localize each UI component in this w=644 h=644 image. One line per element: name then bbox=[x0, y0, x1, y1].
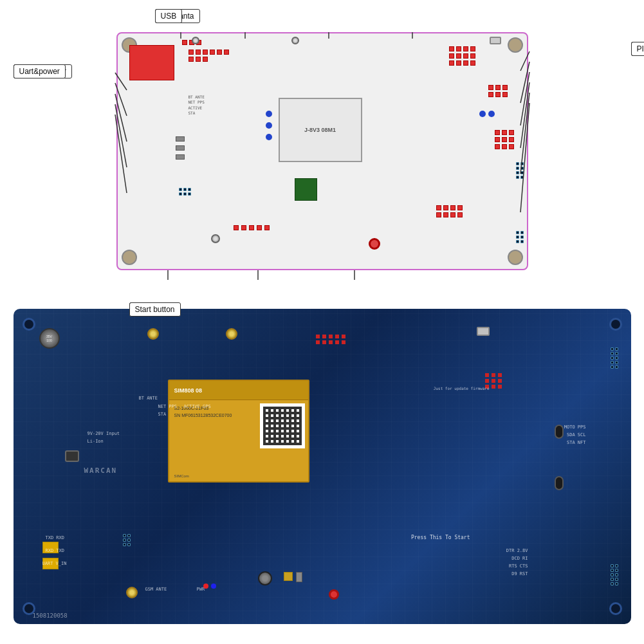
green-sq bbox=[295, 178, 317, 201]
sma-gsm bbox=[211, 234, 220, 243]
pcb-text-input: 9V-20V Input bbox=[87, 431, 120, 436]
pin-header-lt bbox=[123, 534, 131, 546]
pcb-text-dcd-ri: DCD RI bbox=[511, 556, 528, 561]
pcb-text-rts-cts: RTS CTS bbox=[509, 564, 528, 569]
label-pins-bottom: PINS bbox=[631, 42, 645, 56]
pin-header-rb bbox=[611, 564, 618, 585]
pcb-board: J-8V3 08M1 bbox=[116, 32, 528, 270]
blue-dot-2 bbox=[266, 122, 272, 129]
center-chip-diag: J-8V3 08M1 bbox=[279, 98, 362, 162]
sma-gps-photo bbox=[226, 328, 237, 340]
pin-header-left bbox=[179, 188, 191, 196]
comp-left-2 bbox=[176, 145, 185, 151]
pcb-text-dtr: DTR 2.8V bbox=[506, 548, 528, 553]
pcb-text-bt-ante: BT ANTE bbox=[139, 396, 158, 401]
elec-cap-photo: 35V100 bbox=[39, 328, 60, 349]
pin-header-right bbox=[516, 162, 524, 179]
pcb-text-moto: MOTO PPS bbox=[564, 425, 586, 430]
start-button-diag bbox=[369, 238, 380, 250]
pcb-text-net-pps: NET PPS bbox=[158, 404, 178, 409]
corner-br bbox=[508, 250, 523, 265]
corner-bl bbox=[122, 250, 137, 265]
sim808-simcom: SIMCom bbox=[174, 474, 189, 478]
mount-hole-br bbox=[609, 602, 622, 615]
sma-gps bbox=[291, 37, 299, 44]
ldo-block bbox=[129, 45, 174, 80]
sma-gsm-photo bbox=[126, 587, 138, 598]
main-container: BT anta LEDs GPS anta USB bbox=[0, 0, 644, 644]
pin-header-right-bottom bbox=[516, 231, 524, 243]
led-indicators bbox=[203, 584, 216, 589]
pcb-text-uart: UART V_IN bbox=[42, 561, 67, 566]
powkey-button[interactable] bbox=[329, 589, 339, 600]
label-usb: USB bbox=[155, 9, 183, 23]
label-uart-power: Uart&power bbox=[14, 64, 66, 78]
sim808-module-photo: SIM808 08 S2-1060C-21F03 SN MF0615312853… bbox=[168, 380, 309, 483]
red-cluster-tr bbox=[316, 335, 346, 344]
pcb-text-press: Press This To Start bbox=[411, 535, 470, 540]
sim808-header: SIM808 08 bbox=[169, 381, 308, 400]
sim808-qr-code bbox=[260, 403, 305, 448]
corner-tr bbox=[508, 37, 523, 53]
pcb-text-gsm-ante: GSM ANTE bbox=[145, 587, 167, 592]
comp-red-1 bbox=[182, 40, 187, 45]
pcb-text-rxd: RXD TXD bbox=[46, 548, 65, 553]
usb-photo bbox=[477, 327, 490, 336]
pcb-text-sta: STA bbox=[158, 412, 167, 417]
blue-dot-3 bbox=[266, 134, 272, 140]
blue-dot-1 bbox=[266, 111, 272, 117]
inductor-bottom bbox=[258, 571, 272, 585]
sim808-label: SIM808 bbox=[174, 387, 194, 394]
pcb-text-li-ion: Li-Ion bbox=[87, 439, 104, 444]
diagram-section: BT anta LEDs GPS anta USB bbox=[14, 6, 631, 302]
blue-dot-r2 bbox=[488, 111, 495, 117]
pcb-text-left: BT ANTE NET PPS ACTIVE STA bbox=[189, 95, 205, 116]
pcb-text-sda: SDA SCL bbox=[567, 432, 586, 437]
comp-left-3 bbox=[176, 154, 185, 160]
sma-bt bbox=[192, 37, 199, 44]
pcb-text-active-gps: ACTIVE GPS bbox=[184, 404, 211, 409]
blue-dot-r1 bbox=[479, 111, 486, 117]
brand-text: WARCAN bbox=[84, 466, 118, 475]
mount-hole-tr bbox=[609, 318, 622, 331]
usb-port-diag bbox=[490, 37, 501, 44]
pcb-text-txd: TXD RXD bbox=[46, 535, 65, 540]
dc-jack-photo bbox=[65, 450, 79, 462]
audio-jack-2 bbox=[555, 476, 564, 490]
mount-hole-tl bbox=[23, 318, 35, 331]
pcb-text-d9-rst: D9 RST bbox=[511, 571, 528, 576]
pcb-text-sta-nft: STA NFT bbox=[567, 440, 586, 445]
audio-jack-1 bbox=[555, 425, 564, 439]
sma-bt-photo bbox=[147, 328, 159, 340]
photo-section: 35V100 SIM808 08 S2-1060C-21F03 SN MF061… bbox=[14, 309, 631, 624]
pin-header-rt bbox=[611, 347, 618, 369]
comp-left-1 bbox=[176, 136, 185, 142]
label-start-button: Start button bbox=[129, 302, 181, 317]
cap-cluster bbox=[284, 572, 302, 582]
pcb-text-update: Just for update firmware bbox=[434, 386, 490, 391]
serial-number: 1508120058 bbox=[33, 612, 68, 619]
